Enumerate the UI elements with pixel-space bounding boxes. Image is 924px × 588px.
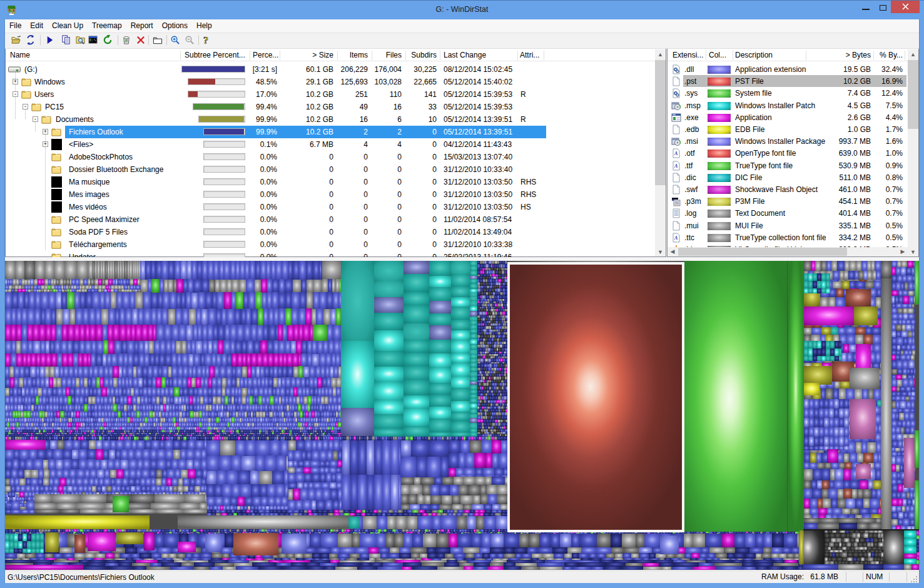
svg-text:A: A	[674, 235, 678, 241]
svg-text:A: A	[674, 163, 678, 169]
svg-text:?: ?	[203, 35, 208, 45]
svg-text:C:\: C:\	[89, 38, 96, 43]
svg-text:A: A	[674, 151, 678, 156]
